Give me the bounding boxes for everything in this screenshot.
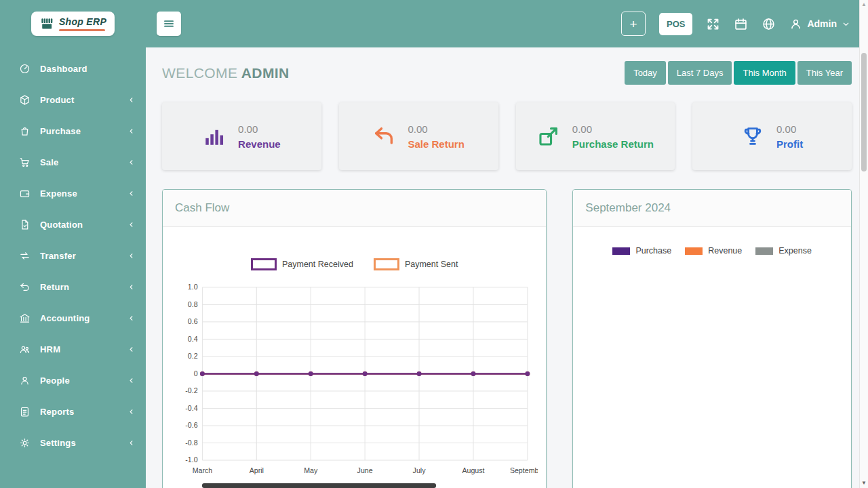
- filter-today[interactable]: Today: [625, 61, 666, 85]
- svg-text:0: 0: [194, 369, 198, 378]
- sidebar-item-label: Reports: [40, 407, 118, 417]
- sidebar-item-transfer[interactable]: Transfer: [0, 240, 146, 271]
- svg-text:-0.6: -0.6: [185, 421, 197, 429]
- legend-item-purchase[interactable]: Purchase: [612, 246, 671, 256]
- filter-this-year[interactable]: This Year: [797, 61, 852, 85]
- vertical-scrollbar[interactable]: ▲ ▼: [859, 0, 868, 488]
- sidebar-item-reports[interactable]: Reports: [0, 396, 146, 427]
- stat-value: 0.00: [408, 123, 464, 135]
- hamburger-menu-button[interactable]: [157, 12, 181, 36]
- topbar-actions: + POS Admin: [621, 12, 850, 36]
- scroll-down-arrow[interactable]: ▼: [860, 480, 868, 486]
- sidebar-item-label: HRM: [40, 344, 118, 354]
- sidebar-item-sale[interactable]: Sale: [0, 146, 146, 178]
- logo-tagline: [59, 29, 105, 31]
- sidebar-item-return[interactable]: Return: [0, 271, 146, 302]
- dashboard-icon: [19, 63, 31, 75]
- sidebar-item-purchase[interactable]: Purchase: [0, 115, 146, 146]
- trophy-icon: [741, 125, 764, 148]
- legend-item-payment-received[interactable]: Payment Received: [251, 258, 353, 270]
- svg-text:0.2: 0.2: [188, 352, 198, 360]
- stat-card-purchase-return: 0.00 Purchase Return: [516, 102, 675, 170]
- svg-text:-0.8: -0.8: [185, 439, 197, 447]
- return-box-icon: [537, 125, 560, 148]
- svg-text:June: June: [357, 466, 373, 474]
- stat-value: 0.00: [776, 123, 803, 135]
- product-icon: [19, 94, 31, 106]
- svg-text:September: September: [510, 466, 538, 474]
- chevron-left-icon: [127, 252, 135, 260]
- chevron-down-icon: [842, 20, 850, 28]
- sidebar-item-accounting[interactable]: Accounting: [0, 302, 146, 333]
- fullscreen-icon[interactable]: [706, 17, 720, 31]
- chevron-left-icon: [127, 346, 135, 353]
- sidebar-item-settings[interactable]: Settings: [0, 427, 146, 458]
- filter-last-7-days[interactable]: Last 7 Days: [668, 61, 732, 85]
- cash-flow-header: Cash Flow: [163, 190, 546, 227]
- sidebar-item-people[interactable]: People: [0, 365, 146, 396]
- welcome-prefix: WELCOME: [162, 65, 237, 81]
- sidebar-item-dashboard[interactable]: Dashboard: [0, 53, 146, 84]
- svg-text:-0.4: -0.4: [185, 404, 197, 412]
- cash-flow-chart: 1.00.80.60.40.20-0.2-0.4-0.6-0.8-1.0Marc…: [171, 274, 538, 488]
- sidebar-item-label: Dashboard: [40, 64, 135, 74]
- stat-card-revenue: 0.00 Revenue: [162, 102, 321, 170]
- stat-cards-row: 0.00 Revenue 0.00 Sale Return 0.00 Purch…: [162, 102, 852, 170]
- horizontal-scrollbar-thumb[interactable]: [202, 483, 436, 488]
- pos-button[interactable]: POS: [659, 13, 692, 35]
- filter-this-month[interactable]: This Month: [734, 61, 795, 85]
- add-button[interactable]: +: [621, 12, 646, 36]
- stat-card-sale-return: 0.00 Sale Return: [339, 102, 498, 170]
- sidebar-item-quotation[interactable]: Quotation: [0, 209, 146, 240]
- sidebar-item-label: Sale: [40, 157, 118, 167]
- svg-text:1.0: 1.0: [188, 283, 198, 291]
- chevron-left-icon: [127, 439, 135, 447]
- svg-text:July: July: [413, 466, 427, 474]
- app-logo[interactable]: Shop ERP: [31, 12, 115, 36]
- sidebar-item-label: Product: [40, 95, 118, 105]
- chevron-left-icon: [127, 159, 135, 166]
- accounting-icon: [19, 312, 31, 324]
- date-range-filters: Today Last 7 Days This Month This Year: [625, 61, 852, 85]
- svg-text:August: August: [462, 466, 484, 474]
- panel-title: Cash Flow: [175, 201, 229, 214]
- scroll-up-arrow[interactable]: ▲: [860, 1, 868, 7]
- payment-sent-swatch: [374, 258, 399, 270]
- revenue-swatch: [685, 247, 703, 255]
- stat-label: Revenue: [238, 138, 281, 150]
- legend-label: Purchase: [635, 246, 671, 256]
- sidebar-item-product[interactable]: Product: [0, 84, 146, 115]
- svg-text:May: May: [304, 466, 318, 474]
- page-title: WELCOME ADMIN: [162, 65, 290, 81]
- stat-value: 0.00: [238, 123, 281, 135]
- sidebar-item-expense[interactable]: Expense: [0, 178, 146, 209]
- september-legend: Purchase Revenue Expense: [581, 246, 843, 256]
- dashboard-content: WELCOME ADMIN Today Last 7 Days This Mon…: [146, 47, 868, 488]
- vertical-scrollbar-thumb[interactable]: [861, 53, 867, 171]
- expense-swatch: [755, 247, 773, 255]
- panel-title: September 2024: [585, 201, 671, 214]
- logo-area: Shop ERP: [0, 0, 146, 47]
- chevron-left-icon: [127, 190, 135, 197]
- settings-icon: [19, 437, 31, 449]
- chevron-left-icon: [127, 283, 135, 291]
- user-icon: [789, 18, 802, 30]
- cash-flow-panel: Cash Flow Payment Received Payment Sent: [162, 189, 547, 488]
- sidebar-item-label: Settings: [40, 438, 118, 448]
- legend-label: Payment Received: [282, 260, 353, 269]
- user-menu[interactable]: Admin: [789, 18, 850, 30]
- chevron-left-icon: [127, 314, 135, 322]
- legend-item-revenue[interactable]: Revenue: [685, 246, 742, 256]
- chevron-left-icon: [127, 377, 135, 384]
- legend-item-expense[interactable]: Expense: [755, 246, 812, 256]
- calendar-icon[interactable]: [734, 17, 748, 31]
- chevron-left-icon: [127, 127, 135, 135]
- sidebar-item-hrm[interactable]: HRM: [0, 333, 146, 365]
- legend-item-payment-sent[interactable]: Payment Sent: [374, 258, 458, 270]
- purchase-icon: [19, 125, 31, 137]
- globe-icon[interactable]: [762, 17, 776, 31]
- panels-row: Cash Flow Payment Received Payment Sent: [162, 189, 852, 488]
- svg-text:March: March: [193, 466, 213, 474]
- chevron-left-icon: [127, 221, 135, 228]
- sidebar-item-label: Transfer: [40, 251, 118, 261]
